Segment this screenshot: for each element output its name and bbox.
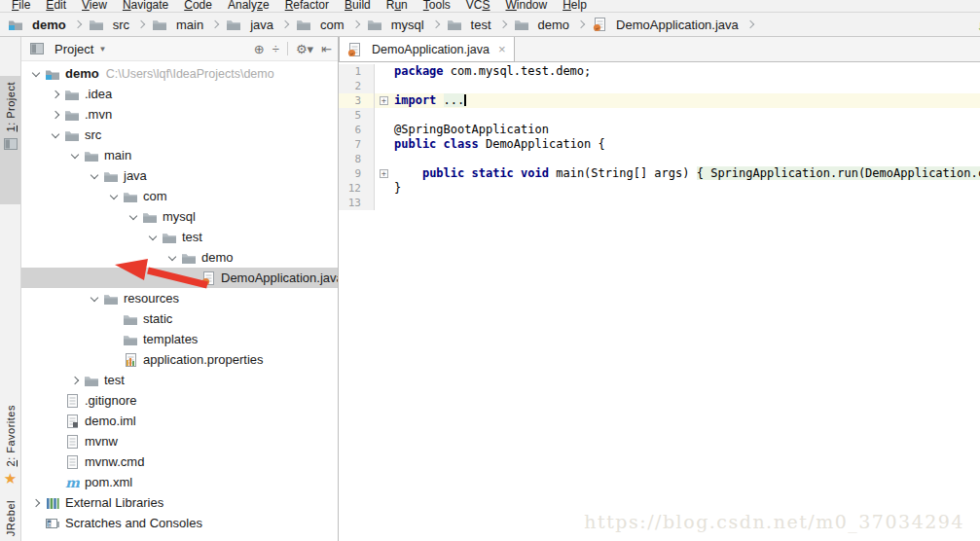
tree-item--mvn[interactable]: .mvn: [21, 104, 338, 125]
tree-item-label: mvnw: [85, 434, 118, 449]
tree-item-mysql[interactable]: mysql: [21, 206, 338, 227]
tree-expander-icon[interactable]: [66, 378, 84, 383]
tree-expander-icon[interactable]: [86, 174, 103, 178]
tree-expander-icon[interactable]: [86, 297, 103, 301]
tree-expander-icon[interactable]: [47, 112, 64, 118]
tree-item-src[interactable]: src: [21, 125, 338, 145]
breadcrumb-item-java[interactable]: java: [226, 17, 273, 32]
folder-icon: [103, 291, 119, 307]
text-caret: [464, 94, 466, 106]
menu-refactor[interactable]: Refactor: [277, 0, 337, 12]
menu-analyze[interactable]: Analyze: [220, 0, 277, 12]
breadcrumb-item-demo[interactable]: demo: [514, 17, 570, 32]
stripe-button-favorites[interactable]: 2: Favorites★: [0, 405, 20, 487]
close-icon[interactable]: ×: [498, 42, 506, 56]
stripe-button-jrebel[interactable]: JRebelJR: [0, 500, 20, 541]
code-line-6[interactable]: 6@SpringBootApplication: [339, 123, 980, 137]
tree-expander-icon[interactable]: [66, 154, 84, 158]
menu-file[interactable]: File: [4, 0, 38, 12]
stripe-button-project[interactable]: 1: Project: [0, 76, 20, 204]
tree-item-test[interactable]: test: [21, 227, 338, 247]
code-line-8[interactable]: 8: [339, 152, 980, 166]
breadcrumb-item-demoapplication-java[interactable]: DemoApplication.java: [592, 17, 739, 32]
breadcrumb-item-mysql[interactable]: mysql: [367, 17, 424, 32]
breadcrumb-item-demo[interactable]: demo: [8, 17, 66, 32]
editor: DemoApplication.java × 1package com.mysq…: [339, 37, 980, 541]
tree-expander-icon[interactable]: [47, 91, 64, 97]
menu-vcs[interactable]: VCS: [458, 0, 498, 12]
fold-marker[interactable]: +: [375, 166, 394, 181]
stripe-label-favorites: 2: Favorites: [5, 405, 17, 466]
tree-item-scratches-and-consoles[interactable]: BScratches and Consoles: [21, 513, 338, 533]
folder-icon: [123, 189, 138, 204]
tree-item-pom-xml[interactable]: mpom.xml: [21, 472, 338, 492]
locate-icon[interactable]: ⊕: [254, 43, 265, 55]
tree-item-application-properties[interactable]: application.properties: [21, 349, 338, 370]
tree-item-external-libraries[interactable]: External Libraries: [21, 492, 338, 513]
tree-item-test[interactable]: test: [21, 370, 338, 390]
hide-icon[interactable]: ⇤: [321, 43, 332, 55]
tree-item-static[interactable]: static: [21, 308, 338, 329]
tree-item-mvnw[interactable]: mvnw: [21, 431, 338, 451]
tree-item-demo[interactable]: demoC:\Users\lqf\IdeaProjects\demo: [21, 63, 338, 84]
tree-item--gitignore[interactable]: .gitignore: [21, 390, 338, 411]
code-line-9[interactable]: 9+ public static void main(String[] args…: [339, 166, 980, 181]
toolbar-divider: [287, 42, 288, 55]
tree-item-demo[interactable]: demo: [21, 247, 338, 268]
tree-item-templates[interactable]: templates: [21, 329, 338, 349]
code-line-2[interactable]: 2: [339, 79, 980, 93]
tree-item-demo-iml[interactable]: demo.iml: [21, 411, 338, 431]
tree-expander-icon[interactable]: [27, 500, 45, 506]
code-line-3[interactable]: 3+import ...: [339, 93, 980, 108]
collapse-all-icon[interactable]: ÷: [272, 43, 279, 55]
fold-marker[interactable]: +: [375, 93, 394, 108]
menu-tools[interactable]: Tools: [416, 0, 458, 12]
tree-expander-icon[interactable]: [144, 235, 162, 239]
breadcrumb-item-src[interactable]: src: [89, 17, 129, 32]
tree-expander-icon[interactable]: [125, 215, 142, 219]
menu-navigate[interactable]: Navigate: [115, 0, 176, 12]
code-line-12[interactable]: 12}: [339, 181, 980, 196]
code-line-13[interactable]: 13: [339, 196, 980, 210]
code-line-7[interactable]: 7public class DemoApplication {: [339, 137, 980, 152]
chevron-down-icon[interactable]: ▼: [98, 45, 106, 54]
tree-expander-icon[interactable]: [105, 195, 123, 198]
menu-window[interactable]: Window: [497, 0, 555, 12]
settings-icon[interactable]: ⚙▾: [296, 43, 313, 55]
chevron-right-icon: [746, 20, 754, 28]
tree-item-mvnw-cmd[interactable]: mvnw.cmd: [21, 451, 338, 472]
code-line-5[interactable]: 5: [339, 108, 980, 123]
fold-plus-icon[interactable]: +: [380, 96, 388, 105]
text-icon: [64, 434, 80, 450]
breadcrumb-item-main[interactable]: main: [152, 17, 203, 32]
menu-view[interactable]: View: [74, 0, 115, 12]
code-line-1[interactable]: 1package com.mysql.test.demo;: [339, 64, 980, 79]
menu-build[interactable]: Build: [337, 0, 379, 12]
tree-item-label: static: [143, 311, 172, 326]
tree-item--idea[interactable]: .idea: [21, 84, 338, 104]
fold-plus-icon[interactable]: +: [380, 169, 388, 178]
tree-item-label: External Libraries: [65, 495, 163, 510]
tree-expander-icon[interactable]: [47, 133, 64, 137]
folder-icon: [162, 230, 177, 245]
menu-edit[interactable]: Edit: [38, 0, 74, 12]
menu-run[interactable]: Run: [379, 0, 416, 12]
menu-help[interactable]: Help: [555, 0, 595, 12]
editor-tab[interactable]: DemoApplication.java ×: [339, 37, 515, 62]
tree-item-demoapplication-java[interactable]: DemoApplication.java: [21, 268, 338, 288]
chevron-right-icon: [431, 20, 439, 28]
star-icon: ★: [4, 470, 17, 487]
breadcrumb-item-com[interactable]: com: [296, 17, 345, 32]
module-icon: [64, 414, 80, 429]
menu-code[interactable]: Code: [176, 0, 220, 12]
code-editor[interactable]: 1package com.mysql.test.demo;23+import .…: [339, 62, 980, 541]
tree-item-label: main: [104, 148, 131, 162]
breadcrumb-item-test[interactable]: test: [447, 17, 491, 32]
tree-item-java[interactable]: java: [21, 165, 338, 186]
tree-expander-icon[interactable]: [27, 72, 45, 76]
tree-item-com[interactable]: com: [21, 186, 338, 206]
tree-item-resources[interactable]: resources: [21, 288, 338, 308]
tree-item-main[interactable]: main: [21, 145, 338, 165]
tree-expander-icon[interactable]: [163, 256, 181, 260]
text-icon: [64, 454, 80, 470]
